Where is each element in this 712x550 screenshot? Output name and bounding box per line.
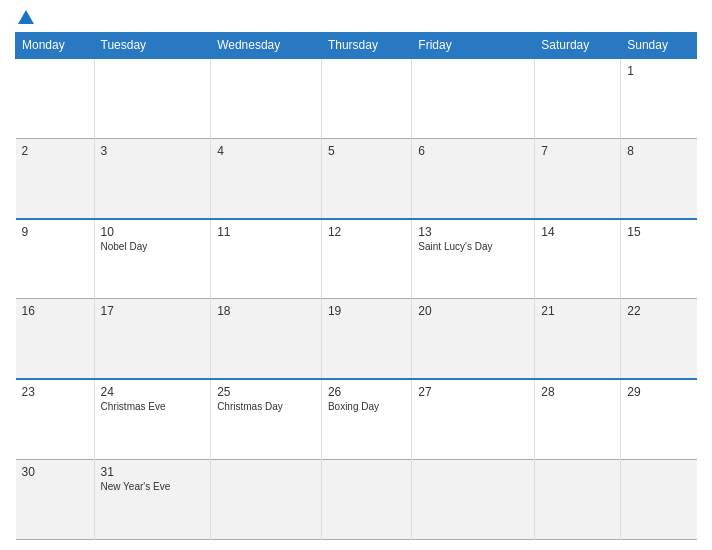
day-number: 9: [22, 225, 88, 239]
event-label: Christmas Eve: [101, 401, 205, 412]
logo-triangle-icon: [18, 10, 34, 24]
cell-content: 15: [627, 225, 690, 239]
cell-content: 19: [328, 304, 405, 318]
cell-content: 20: [418, 304, 528, 318]
cell-content: 27: [418, 385, 528, 399]
calendar-cell: 31New Year's Eve: [94, 459, 211, 539]
day-number: 31: [101, 465, 205, 479]
column-header-thursday: Thursday: [321, 33, 411, 59]
calendar-cell: 30: [16, 459, 95, 539]
calendar-cell: 5: [321, 138, 411, 218]
calendar-cell: 10Nobel Day: [94, 219, 211, 299]
calendar-cell: 8: [621, 138, 697, 218]
day-number: 28: [541, 385, 614, 399]
calendar-cell: 23: [16, 379, 95, 459]
calendar-cell: [94, 58, 211, 138]
calendar-cell: 9: [16, 219, 95, 299]
calendar-week-row: 16171819202122: [16, 299, 697, 379]
calendar-cell: 29: [621, 379, 697, 459]
day-number: 12: [328, 225, 405, 239]
day-number: 5: [328, 144, 405, 158]
cell-content: 30: [22, 465, 88, 479]
day-number: 1: [627, 64, 690, 78]
day-number: 20: [418, 304, 528, 318]
column-header-friday: Friday: [412, 33, 535, 59]
day-number: 2: [22, 144, 88, 158]
day-number: 22: [627, 304, 690, 318]
cell-content: 17: [101, 304, 205, 318]
day-number: 7: [541, 144, 614, 158]
column-header-monday: Monday: [16, 33, 95, 59]
calendar-table: MondayTuesdayWednesdayThursdayFridaySatu…: [15, 32, 697, 540]
calendar-week-row: 1: [16, 58, 697, 138]
cell-content: 29: [627, 385, 690, 399]
cell-content: 24Christmas Eve: [101, 385, 205, 412]
cell-content: 16: [22, 304, 88, 318]
cell-content: 23: [22, 385, 88, 399]
event-label: New Year's Eve: [101, 481, 205, 492]
event-label: Boxing Day: [328, 401, 405, 412]
cell-content: 14: [541, 225, 614, 239]
calendar-cell: 13Saint Lucy's Day: [412, 219, 535, 299]
cell-content: 2: [22, 144, 88, 158]
day-number: 18: [217, 304, 315, 318]
calendar-body: 12345678910Nobel Day111213Saint Lucy's D…: [16, 58, 697, 540]
column-header-wednesday: Wednesday: [211, 33, 322, 59]
calendar-cell: 26Boxing Day: [321, 379, 411, 459]
calendar-cell: 16: [16, 299, 95, 379]
column-header-sunday: Sunday: [621, 33, 697, 59]
cell-content: 11: [217, 225, 315, 239]
calendar-cell: [321, 459, 411, 539]
calendar-cell: 25Christmas Day: [211, 379, 322, 459]
day-number: 4: [217, 144, 315, 158]
cell-content: 1: [627, 64, 690, 78]
day-number: 29: [627, 385, 690, 399]
cell-content: 12: [328, 225, 405, 239]
calendar-cell: 24Christmas Eve: [94, 379, 211, 459]
calendar-week-row: 910Nobel Day111213Saint Lucy's Day1415: [16, 219, 697, 299]
cell-content: 25Christmas Day: [217, 385, 315, 412]
day-number: 25: [217, 385, 315, 399]
header: [15, 10, 697, 24]
calendar-week-row: 2345678: [16, 138, 697, 218]
day-number: 11: [217, 225, 315, 239]
calendar-cell: 12: [321, 219, 411, 299]
calendar-cell: 27: [412, 379, 535, 459]
calendar-cell: 15: [621, 219, 697, 299]
calendar-cell: [412, 459, 535, 539]
day-number: 30: [22, 465, 88, 479]
calendar-cell: 7: [535, 138, 621, 218]
day-number: 16: [22, 304, 88, 318]
day-number: 14: [541, 225, 614, 239]
calendar-cell: 28: [535, 379, 621, 459]
calendar-cell: 11: [211, 219, 322, 299]
calendar-cell: [412, 58, 535, 138]
cell-content: 21: [541, 304, 614, 318]
cell-content: 18: [217, 304, 315, 318]
event-label: Saint Lucy's Day: [418, 241, 528, 252]
calendar-cell: 19: [321, 299, 411, 379]
cell-content: 28: [541, 385, 614, 399]
column-header-saturday: Saturday: [535, 33, 621, 59]
calendar-cell: 6: [412, 138, 535, 218]
logo: [15, 10, 36, 24]
day-number: 19: [328, 304, 405, 318]
calendar-cell: [535, 459, 621, 539]
day-number: 27: [418, 385, 528, 399]
cell-content: 26Boxing Day: [328, 385, 405, 412]
calendar-week-row: 2324Christmas Eve25Christmas Day26Boxing…: [16, 379, 697, 459]
day-number: 17: [101, 304, 205, 318]
calendar-cell: 1: [621, 58, 697, 138]
cell-content: 22: [627, 304, 690, 318]
day-number: 6: [418, 144, 528, 158]
cell-content: 8: [627, 144, 690, 158]
calendar-cell: [321, 58, 411, 138]
calendar-cell: 17: [94, 299, 211, 379]
calendar-cell: [621, 459, 697, 539]
day-number: 26: [328, 385, 405, 399]
calendar-cell: [16, 58, 95, 138]
day-number: 21: [541, 304, 614, 318]
calendar-cell: 14: [535, 219, 621, 299]
day-number: 10: [101, 225, 205, 239]
day-number: 23: [22, 385, 88, 399]
